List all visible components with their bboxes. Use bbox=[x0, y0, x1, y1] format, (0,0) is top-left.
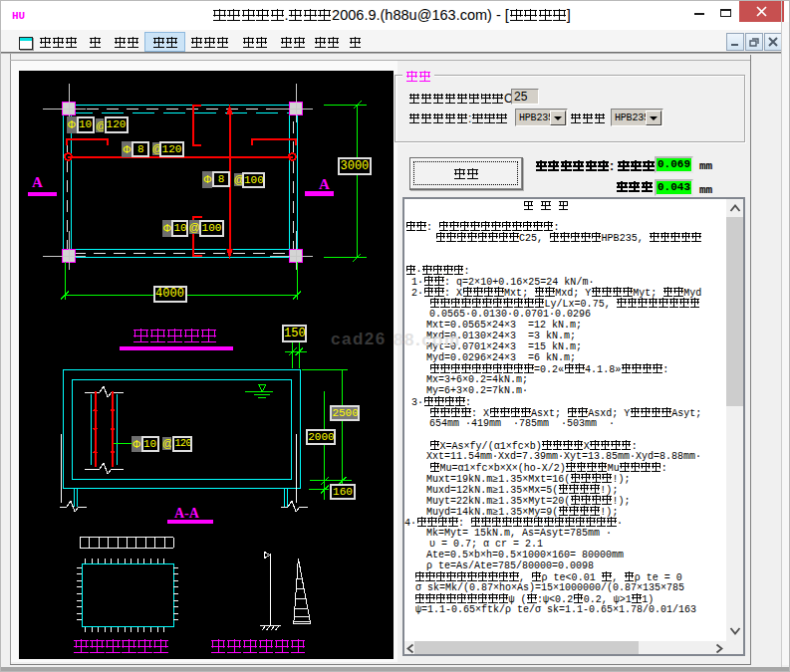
svg-text:A: A bbox=[319, 176, 330, 192]
svg-text:cad26: cad26 bbox=[331, 330, 387, 348]
svg-text:A: A bbox=[32, 174, 43, 190]
